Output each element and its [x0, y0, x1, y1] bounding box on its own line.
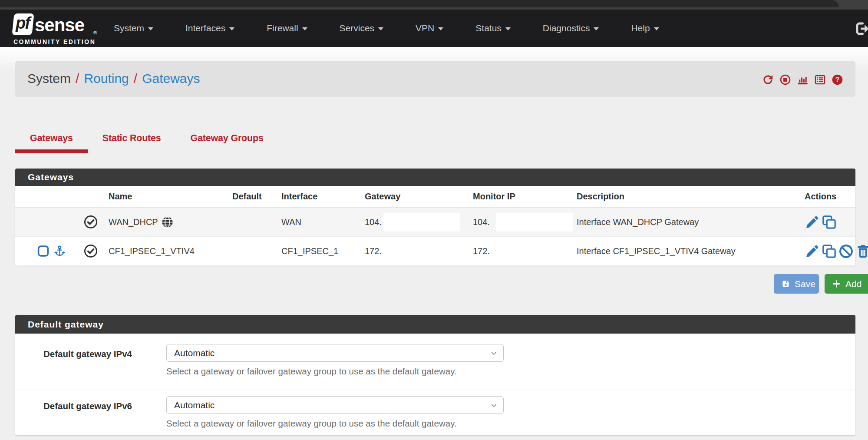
- gateway-address: 172.: [365, 246, 382, 256]
- nav-item-system[interactable]: System: [98, 10, 169, 47]
- chevron-down-icon: [148, 27, 153, 30]
- nav-item-status[interactable]: Status: [459, 10, 527, 47]
- nav-item-help[interactable]: Help: [615, 10, 675, 47]
- breadcrumb-bar: System / Routing / Gateways: [15, 61, 855, 97]
- window-chrome-strip: [0, 0, 868, 10]
- gateway-name: CF1_IPSEC_1_VTIV4: [109, 246, 195, 256]
- gateway-name-cell: WAN_DHCP: [109, 216, 232, 228]
- check-circle-icon: [83, 215, 98, 229]
- gateways-panel: Gateways Name Default Interface Gateway …: [15, 169, 855, 265]
- redaction-box: [496, 213, 573, 232]
- breadcrumb-action-icons: ?: [762, 74, 843, 86]
- gateways-table-header: Name Default Interface Gateway Monitor I…: [15, 186, 855, 208]
- chevron-down-icon: [505, 27, 511, 30]
- default-gateway-ipv4-select[interactable]: Automatic: [166, 344, 504, 362]
- chart-icon[interactable]: [797, 74, 809, 86]
- nav-item-firewall[interactable]: Firewall: [251, 10, 323, 47]
- default-gateway-ipv6-select[interactable]: Automatic: [166, 396, 504, 414]
- chevron-down-icon: [378, 27, 383, 30]
- default-gateway-ipv6-help: Select a gateway or failover gateway gro…: [166, 418, 457, 429]
- plus-icon: [832, 279, 841, 288]
- row-actions: [805, 215, 855, 230]
- edit-icon[interactable]: [805, 215, 820, 230]
- nav-item-diagnostics[interactable]: Diagnostics: [527, 10, 615, 47]
- pfsense-logo[interactable]: pf sense ® COMMUNITY EDITION: [13, 13, 100, 45]
- tab-gateway-groups[interactable]: Gateway Groups: [176, 129, 278, 153]
- gateway-address-cell: 172.: [365, 246, 473, 256]
- default-gateway-panel-header: Default gateway: [15, 315, 855, 334]
- svg-text:?: ?: [835, 76, 840, 83]
- breadcrumb-routing-link[interactable]: Routing: [84, 71, 129, 86]
- gateways-panel-title: Gateways: [28, 172, 74, 182]
- nav-menu: System Interfaces Firewall Services VPN …: [98, 10, 675, 47]
- row-actions: [805, 244, 868, 259]
- gateway-name: WAN_DHCP: [109, 217, 158, 227]
- column-name: Name: [109, 192, 232, 202]
- chevron-down-icon: [490, 350, 498, 357]
- redaction-box: [383, 213, 460, 232]
- gateway-row-cf1-ipsec: CF1_IPSEC_1_VTIV4 CF1_IPSEC_1 172. 172. …: [15, 237, 855, 266]
- gateway-interface: CF1_IPSEC_1: [281, 246, 365, 256]
- help-icon[interactable]: ?: [832, 74, 843, 86]
- checkbox-icon[interactable]: [37, 245, 50, 258]
- breadcrumb-gateways-link[interactable]: Gateways: [142, 71, 200, 86]
- breadcrumb-separator: /: [134, 71, 137, 86]
- nav-item-services[interactable]: Services: [323, 10, 400, 47]
- default-gateway-panel-title: Default gateway: [28, 319, 104, 330]
- chevron-down-icon: [302, 27, 307, 30]
- sign-out-icon[interactable]: [851, 21, 868, 36]
- chevron-down-icon: [594, 27, 599, 30]
- edit-icon[interactable]: [805, 244, 820, 259]
- nav-item-vpn[interactable]: VPN: [399, 10, 459, 47]
- monitor-ip-cell: 104.: [473, 213, 577, 232]
- copy-icon[interactable]: [822, 215, 837, 230]
- breadcrumb: System / Routing / Gateways: [27, 71, 200, 86]
- community-edition-label: COMMUNITY EDITION: [13, 38, 96, 45]
- chevron-down-icon: [438, 27, 443, 30]
- chevron-down-icon: [229, 27, 234, 30]
- gateway-description: Interface WAN_DHCP Gateway: [577, 217, 805, 227]
- save-button[interactable]: Save: [774, 274, 819, 294]
- column-actions: Actions: [805, 192, 855, 202]
- default-gateway-ipv6-label: Default gateway IPv6: [43, 401, 132, 411]
- sense-logo-text: sense: [35, 15, 84, 36]
- log-icon[interactable]: [814, 74, 826, 86]
- field-divider: [15, 390, 855, 390]
- monitor-ip: 172.: [473, 246, 490, 256]
- routing-tabs: Gateways Static Routes Gateway Groups: [15, 129, 278, 153]
- stop-icon[interactable]: [779, 74, 791, 86]
- gateway-description: Interface CF1_IPSEC_1_VTIV4 Gateway: [577, 246, 805, 256]
- save-icon: [781, 279, 790, 288]
- globe-icon: [161, 216, 174, 228]
- column-default: Default: [232, 192, 281, 202]
- row-icons-cell: [15, 237, 109, 265]
- breadcrumb-separator: /: [76, 71, 79, 86]
- nav-item-interfaces[interactable]: Interfaces: [169, 10, 251, 47]
- add-button[interactable]: Add: [825, 274, 868, 294]
- top-navbar: pf sense ® COMMUNITY EDITION System Inte…: [0, 10, 868, 47]
- column-gateway: Gateway: [365, 192, 473, 202]
- column-monitor-ip: Monitor IP: [473, 192, 577, 202]
- default-gateway-ipv4-label: Default gateway IPv4: [43, 349, 132, 359]
- gateway-interface: WAN: [281, 217, 365, 227]
- gateway-address-cell: 104.: [365, 213, 473, 232]
- chevron-down-icon: [490, 402, 498, 409]
- check-circle-icon: [83, 244, 98, 258]
- gateway-name-cell: CF1_IPSEC_1_VTIV4: [109, 246, 232, 256]
- refresh-icon[interactable]: [762, 74, 774, 86]
- default-gateway-panel: Default gateway Default gateway IPv4 Aut…: [15, 315, 855, 435]
- gateway-row-wan-dhcp: WAN_DHCP WAN 104. 104.: [15, 208, 855, 237]
- tab-gateways[interactable]: Gateways: [15, 129, 88, 153]
- disable-icon[interactable]: [838, 244, 854, 259]
- selected-value: Automatic: [174, 400, 215, 410]
- copy-icon[interactable]: [822, 244, 837, 259]
- column-interface: Interface: [281, 192, 365, 202]
- row-select-icons: [37, 245, 66, 258]
- delete-icon[interactable]: [855, 244, 868, 259]
- gateway-address: 104.: [365, 217, 382, 227]
- pf-logo-text: pf: [16, 14, 30, 33]
- tab-static-routes[interactable]: Static Routes: [88, 129, 176, 153]
- chevron-down-icon: [654, 27, 659, 30]
- selected-value: Automatic: [174, 348, 215, 358]
- add-label: Add: [845, 279, 861, 289]
